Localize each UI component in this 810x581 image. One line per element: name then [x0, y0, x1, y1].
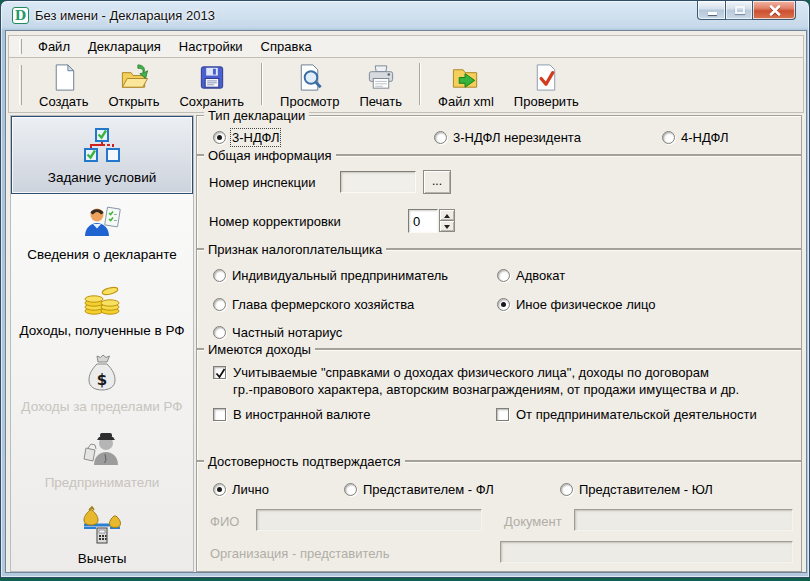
group-title: Достоверность подтверждается [204, 454, 405, 469]
menu-settings[interactable]: Настройки [170, 36, 252, 57]
radio-lawyer[interactable]: Адвокат [497, 268, 565, 283]
title-bar[interactable]: D Без имени - Декларация 2013 [1, 1, 809, 30]
radio-circle [213, 269, 226, 282]
sidebar-item-label: Доходы, полученные в РФ [19, 323, 184, 338]
conditions-tree-icon [80, 125, 124, 167]
xml-file-label: Файл xml [438, 94, 494, 109]
group-incomes: Имеются доходы Учитываемые "справками о … [196, 349, 802, 461]
checkbox-box [496, 408, 509, 421]
radio-3ndfl-nonresident[interactable]: 3-НДФЛ нерезидента [434, 130, 581, 145]
radio-label: 4-НДФЛ [681, 130, 728, 145]
verify-button[interactable]: Проверить [504, 58, 589, 112]
toolbar-separator [419, 63, 421, 105]
new-document-icon [48, 62, 80, 93]
radio-circle [434, 131, 447, 144]
group-title: Общая информация [204, 148, 336, 163]
create-button[interactable]: Создать [29, 58, 98, 112]
menubar-gripper [19, 39, 22, 54]
preview-label: Просмотр [280, 94, 339, 109]
radio-representative-fl[interactable]: Представителем - ФЛ [344, 482, 494, 497]
radio-label: 3-НДФЛ нерезидента [453, 130, 581, 145]
group-taxpayer-type: Признак налогоплательщика Индивидуальный… [196, 249, 802, 349]
client-area: Файл Декларация Настройки Справка Создат… [5, 30, 807, 573]
xml-export-icon [450, 62, 482, 93]
radio-private-notary[interactable]: Частный нотариус [213, 325, 342, 340]
radio-3ndfl[interactable]: 3-НДФЛ [213, 130, 279, 145]
coins-icon [80, 278, 124, 320]
group-title: Признак налогоплательщика [204, 242, 386, 257]
close-button[interactable] [752, 1, 796, 20]
verify-label: Проверить [514, 94, 579, 109]
open-button[interactable]: Открыть [98, 58, 169, 112]
group-title: Имеются доходы [204, 342, 315, 357]
main-content: Тип декларации 3-НДФЛ 3-НДФЛ нерезидента… [196, 115, 804, 572]
sidebar-item-label: Предприниматели [45, 475, 160, 490]
inspection-number-input[interactable] [340, 171, 416, 193]
minimize-button[interactable] [697, 1, 726, 20]
radio-circle [213, 326, 226, 339]
open-label: Открыть [108, 94, 159, 109]
spin-down-button[interactable] [439, 220, 455, 232]
xml-file-button[interactable]: Файл xml [428, 58, 504, 112]
radio-4ndfl[interactable]: 4-НДФЛ [662, 130, 728, 145]
checkbox-label: Учитываемые "справками о доходах физичес… [233, 365, 739, 397]
group-title: Тип декларации [204, 108, 309, 123]
radio-circle [497, 298, 510, 311]
sidebar-item-deductions[interactable]: Вычеты [11, 498, 193, 574]
checkbox-business-activity[interactable]: От предпринимательской деятельности [496, 407, 757, 422]
radio-individual-entrepreneur[interactable]: Индивидуальный предприниматель [213, 268, 448, 283]
radio-personally[interactable]: Лично [213, 482, 269, 497]
money-bag-icon: $ [80, 354, 124, 396]
sidebar-item-label: Задание условий [48, 170, 156, 185]
toolbar-separator [261, 63, 263, 105]
menu-help[interactable]: Справка [252, 36, 321, 57]
sidebar-item-incomes-abroad: $ Доходы за пределами РФ [11, 346, 193, 422]
radio-label: Лично [232, 482, 269, 497]
radio-label: Индивидуальный предприниматель [232, 268, 448, 283]
arrow-down-icon [444, 225, 450, 229]
checkbox-foreign-currency[interactable]: В иностранной валюте [213, 407, 370, 422]
radio-label: Глава фермерского хозяйства [232, 297, 414, 312]
sidebar-item-incomes-rf[interactable]: Доходы, полученные в РФ [11, 270, 193, 346]
print-button[interactable]: Печать [349, 58, 412, 112]
fio-label: ФИО [210, 514, 239, 529]
save-button[interactable]: Сохранить [169, 58, 254, 112]
radio-label: Частный нотариус [232, 325, 342, 340]
maximize-button[interactable] [725, 1, 753, 20]
menu-declaration[interactable]: Декларация [79, 36, 170, 57]
toolbar: Создать Открыть Сохранить Просмотр Печат… [8, 58, 804, 113]
radio-label: Иное физическое лицо [516, 297, 656, 312]
inspection-browse-button[interactable]: ... [423, 170, 451, 194]
menu-bar: Файл Декларация Настройки Справка [8, 35, 804, 58]
window-title: Без имени - Декларация 2013 [35, 8, 215, 23]
radio-label: Адвокат [516, 268, 565, 283]
checkbox-box [213, 408, 226, 421]
radio-representative-yul[interactable]: Представителем - ЮЛ [560, 482, 713, 497]
sidebar-item-conditions[interactable]: Задание условий [11, 116, 193, 194]
group-general-info: Общая информация Номер инспекции ... Ном… [196, 155, 802, 249]
sidebar-item-declarant[interactable]: Сведения о декларанте [11, 194, 193, 270]
sidebar-item-label: Доходы за пределами РФ [21, 399, 182, 414]
correction-number-input[interactable] [408, 209, 438, 233]
correction-spinner [439, 209, 455, 232]
print-label: Печать [359, 94, 402, 109]
sidebar-item-entrepreneurs: Предприниматели [11, 422, 193, 498]
radio-circle [213, 131, 226, 144]
radio-label: 3-НДФЛ [232, 130, 279, 145]
fio-input [256, 509, 482, 531]
checkbox-certificates-income[interactable]: Учитываемые "справками о доходах физичес… [213, 365, 739, 397]
document-input [574, 509, 793, 531]
radio-other-individual[interactable]: Иное физическое лицо [497, 297, 656, 312]
radio-farm-head[interactable]: Глава фермерского хозяйства [213, 297, 414, 312]
sidebar-item-label: Вычеты [78, 551, 127, 566]
radio-label: Представителем - ФЛ [363, 482, 494, 497]
preview-button[interactable]: Просмотр [270, 58, 349, 112]
inspection-number-label: Номер инспекции [209, 175, 316, 190]
checkbox-label: В иностранной валюте [233, 407, 370, 422]
minimize-icon [708, 12, 717, 15]
menu-file[interactable]: Файл [29, 36, 79, 57]
navigation-sidebar: Задание условий Сведения о декларанте [10, 115, 194, 572]
save-floppy-icon [196, 62, 228, 93]
save-label: Сохранить [179, 94, 244, 109]
sidebar-item-label: Сведения о декларанте [27, 247, 177, 262]
